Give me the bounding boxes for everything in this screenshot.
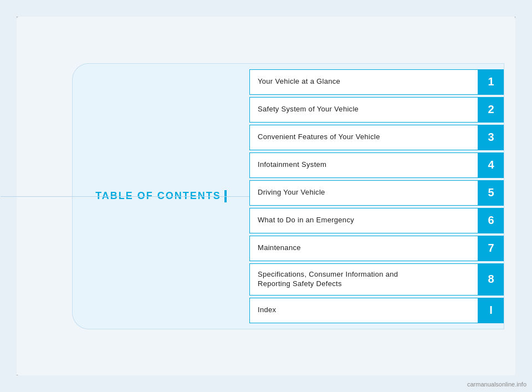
toc-title-wrapper: TABLE OF CONTENTS	[95, 190, 227, 202]
toc-label-text-2: Safety System of Your Vehicle	[258, 105, 359, 114]
toc-number-3: 3	[478, 125, 504, 150]
toc-number-6: 6	[478, 208, 504, 233]
toc-row-8[interactable]: Specifications, Consumer Information and…	[249, 263, 504, 296]
toc-cursor-icon	[224, 190, 227, 202]
toc-number-9: I	[478, 298, 504, 323]
toc-label-text-7: Maintenance	[258, 243, 301, 253]
toc-number-5: 5	[478, 180, 504, 206]
toc-row-5[interactable]: Driving Your Vehicle5	[249, 180, 504, 206]
toc-label-5: Driving Your Vehicle	[249, 180, 478, 206]
toc-label-6: What to Do in an Emergency	[249, 208, 478, 233]
toc-label-4: Infotainment System	[249, 152, 478, 178]
left-panel: TABLE OF CONTENTS	[72, 63, 249, 329]
toc-label-3: Convenient Features of Your Vehicle	[249, 125, 478, 150]
toc-number-2: 2	[478, 97, 504, 123]
toc-number-8: 8	[478, 263, 504, 296]
watermark: carmanualsonline.info	[467, 381, 526, 388]
toc-label-text-6: What to Do in an Emergency	[258, 216, 354, 225]
toc-row-1[interactable]: Your Vehicle at a Glance1	[249, 69, 504, 95]
toc-number-7: 7	[478, 236, 504, 261]
toc-label-text-9: Index	[258, 306, 276, 315]
toc-label-text-5: Driving Your Vehicle	[258, 188, 325, 197]
toc-label-text-4: Infotainment System	[258, 160, 326, 170]
toc-label-1: Your Vehicle at a Glance	[249, 69, 478, 95]
toc-number-1: 1	[478, 69, 504, 95]
toc-label-text-8: Specifications, Consumer Information and…	[258, 270, 398, 289]
main-container: TABLE OF CONTENTS Your Vehicle at a Glan…	[72, 50, 504, 342]
toc-label-8: Specifications, Consumer Information and…	[249, 263, 478, 296]
toc-row-7[interactable]: Maintenance7	[249, 236, 504, 261]
toc-right-panel: Your Vehicle at a Glance1Safety System o…	[249, 63, 504, 329]
toc-title: TABLE OF CONTENTS	[95, 190, 221, 202]
toc-number-4: 4	[478, 152, 504, 178]
toc-row-2[interactable]: Safety System of Your Vehicle2	[249, 97, 504, 123]
toc-label-text-3: Convenient Features of Your Vehicle	[258, 133, 380, 142]
toc-label-2: Safety System of Your Vehicle	[249, 97, 478, 123]
toc-row-9[interactable]: IndexI	[249, 298, 504, 323]
toc-label-text-1: Your Vehicle at a Glance	[258, 77, 340, 86]
toc-row-3[interactable]: Convenient Features of Your Vehicle3	[249, 125, 504, 150]
toc-label-7: Maintenance	[249, 236, 478, 261]
toc-row-4[interactable]: Infotainment System4	[249, 152, 504, 178]
toc-label-9: Index	[249, 298, 478, 323]
toc-row-6[interactable]: What to Do in an Emergency6	[249, 208, 504, 233]
